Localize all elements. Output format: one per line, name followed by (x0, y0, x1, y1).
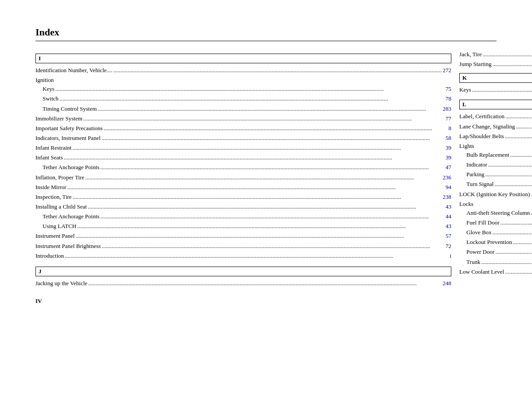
entry-label: Tether Anchorage Points (43, 212, 99, 221)
page: Index I Identification Number, Vehicle..… (0, 0, 532, 322)
entry-label: Parking (466, 170, 484, 179)
columns: I Identification Number, Vehicle....272I… (35, 50, 497, 289)
list-item: Indicator57 (459, 160, 532, 170)
entry-page[interactable]: 47 (446, 163, 451, 172)
entry-page[interactable]: 283 (443, 105, 452, 113)
entry-label: Introduction (35, 252, 64, 260)
dot-fill (501, 218, 532, 227)
dot-fill (494, 180, 532, 189)
entry-label: Infant Restraint (35, 143, 71, 152)
entry-page[interactable]: 248 (443, 279, 452, 288)
list-item: Label, Certification272 (459, 112, 532, 122)
page-num-label: IV (35, 298, 497, 305)
dot-fill (472, 85, 532, 94)
list-item: Important Safety Precautions8 (35, 124, 451, 134)
col2-entries2: Label, Certification272Lane Change, Sign… (459, 112, 532, 277)
entry-label: Inside Mirror (35, 183, 66, 192)
entry-page[interactable]: 43 (446, 202, 451, 211)
entry-label: Trunk (466, 258, 480, 267)
list-item: Jack, Tire247 (459, 50, 532, 60)
list-item: Tether Anchorage Points44 (35, 212, 451, 222)
entry-label: Jump Starting (459, 60, 492, 69)
col1-entries2: Jacking up the Vehicle248 (35, 279, 451, 289)
entry-label: Indicators, Instrument Panel (35, 134, 101, 143)
list-item: Power Door79 (459, 248, 532, 257)
dot-fill (73, 193, 442, 201)
list-item: Switch78 (35, 94, 451, 104)
dot-fill (488, 160, 532, 169)
list-item: Inspection, Tire238 (35, 193, 451, 202)
entry-page[interactable]: 39 (446, 153, 451, 162)
entry-label: Fuel Fill Door (466, 218, 499, 227)
list-item: Infant Restraint39 (35, 143, 451, 153)
entry-page[interactable]: 94 (446, 183, 451, 192)
entry-label: Infant Seats (35, 153, 63, 162)
list-item: Inflation, Proper Tire236 (35, 173, 451, 183)
dot-fill (83, 114, 445, 123)
entry-label: Inspection, Tire (35, 193, 72, 201)
entry-page[interactable]: 238 (443, 193, 452, 201)
list-item: Parking229 (459, 170, 532, 180)
entry-label: Tether Anchorage Points (43, 163, 99, 172)
title-rule (35, 41, 497, 41)
entry-label: Instrument Panel (35, 232, 74, 240)
entry-label: Keys (43, 85, 55, 93)
entry-label: Installing a Child Seat (35, 202, 87, 211)
list-item: Lockout Prevention80 (459, 238, 532, 248)
list-item: Jacking up the Vehicle248 (35, 279, 451, 289)
list-item: Low Coolant Level166 (459, 267, 532, 277)
list-item: Inside Mirror94 (35, 183, 451, 193)
dot-fill (67, 183, 445, 192)
dot-fill (55, 85, 445, 93)
dot-fill (102, 134, 445, 143)
dot-fill (59, 94, 445, 103)
entry-label: Lap/Shoulder Belts (459, 132, 504, 141)
dot-fill (104, 124, 448, 133)
entry-label: Important Safety Precautions (35, 124, 103, 133)
col2-entries1: Keys75 (459, 85, 532, 95)
list-item: Introductioni (35, 252, 451, 261)
entry-page[interactable]: 8 (449, 124, 452, 133)
dot-fill (510, 151, 532, 159)
entry-label: Keys (459, 85, 471, 94)
entry-page[interactable]: 39 (446, 143, 451, 152)
entry-label: Label, Certification (459, 112, 505, 121)
section-header-I: I (35, 54, 451, 63)
entry-page[interactable]: 43 (446, 222, 451, 231)
list-item: Infant Seats39 (35, 153, 451, 163)
dot-fill (102, 242, 445, 251)
list-item: LOCK (Ignition Key Position)78 (459, 190, 532, 200)
entry-page[interactable]: 57 (446, 232, 451, 240)
section-header-K: K (459, 73, 532, 83)
entry-page[interactable]: 58 (446, 134, 451, 143)
dot-fill (493, 228, 532, 237)
entry-page[interactable]: 78 (446, 94, 451, 103)
list-item: Glove Box104 (459, 228, 532, 238)
entry-page[interactable]: 272 (443, 66, 452, 75)
entry-label: Jacking up the Vehicle (35, 279, 87, 288)
entry-page[interactable]: 44 (446, 212, 451, 221)
entry-page[interactable]: i (450, 252, 451, 260)
section-header-J: J (35, 267, 451, 276)
entry-page[interactable]: 75 (446, 85, 451, 93)
entry-page[interactable]: 72 (446, 242, 451, 251)
list-item: Installing a Child Seat43 (35, 202, 451, 212)
entry-label: Jack, Tire (459, 50, 482, 59)
list-item: Keys75 (35, 85, 451, 94)
list-item: Using LATCH43 (35, 222, 451, 232)
list-item: Locks (459, 200, 532, 209)
list-item: Instrument Panel Brightness72 (35, 242, 451, 252)
dot-fill (77, 222, 445, 231)
entry-label: Lane Change, Signaling (459, 122, 515, 131)
entry-page[interactable]: 77 (446, 114, 451, 123)
entry-page[interactable]: 236 (443, 173, 452, 182)
dot-fill (100, 163, 445, 172)
entry-label: Using LATCH (43, 222, 76, 231)
list-item: Turn Signal61 (459, 180, 532, 190)
list-item: Fuel Fill Door162 (459, 218, 532, 228)
entry-label: Indicator (466, 160, 487, 169)
list-item: Tether Anchorage Points47 (35, 163, 451, 173)
entry-label: Lockout Prevention (466, 238, 512, 247)
col-2: Jack, Tire247Jump Starting253 K Keys75 L… (459, 50, 532, 289)
entry-label: Power Door (466, 248, 494, 256)
